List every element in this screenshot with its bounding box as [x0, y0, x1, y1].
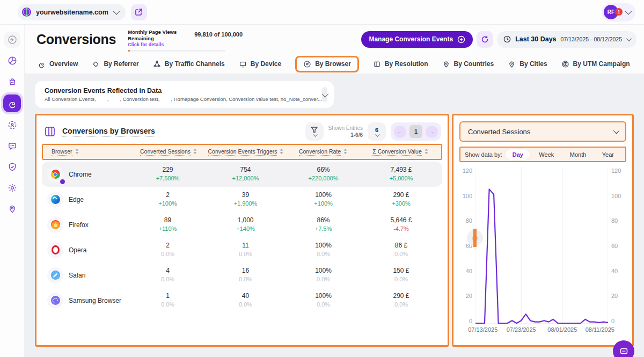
tab-label: By Resolution [385, 60, 428, 68]
y-tick-label: 40 [459, 268, 472, 274]
tab-label: By Referrer [104, 60, 138, 68]
quota-value: 99,810 of 100,000 [194, 31, 243, 49]
column-header-3[interactable]: Conversion Rate [284, 148, 362, 156]
metric-cell: 4 0.0% [129, 266, 207, 284]
browser-name: Samsung Browser [69, 297, 121, 304]
sidebar-item-privacy[interactable] [4, 159, 20, 175]
notification-badge: 1 [615, 8, 623, 16]
table-row-samsung[interactable]: Samsung Browser 1 0.0% 40 0.0% 100% 0.0%… [42, 288, 442, 313]
table-columns-icon [44, 126, 56, 137]
granularity-month[interactable]: Month [563, 149, 594, 160]
tab-label: By Device [251, 60, 281, 68]
next-page-button[interactable]: → [426, 126, 438, 138]
quota-label: Monthly Page Views Remaining [128, 29, 191, 42]
metric-cell: 1,000 +140% [207, 216, 284, 234]
sort-icon [280, 149, 283, 155]
metric-value: 100% [284, 191, 362, 200]
date-range-selector[interactable]: Last 30 Days 07/13/2025 - 08/12/2025 [497, 31, 636, 48]
gear-icon [8, 183, 17, 193]
metric-value: 89 [129, 216, 207, 225]
shown-entries-label: Shown Entries [328, 125, 363, 132]
sidebar-item-feedback[interactable] [4, 138, 20, 154]
tab-overview[interactable]: Overview [38, 60, 78, 68]
metric-delta: +110% [129, 225, 207, 234]
website-selector[interactable]: yourwebsitename.com [18, 4, 126, 20]
table-row-edge[interactable]: Edge 2 +100% 39 +1,900% 100% +100% 290 £… [42, 187, 442, 212]
overview-icon [38, 60, 46, 68]
countries-icon [442, 60, 450, 68]
table-row-safari[interactable]: Safari 4 0.0% 16 0.0% 100% 0.0% 150 £ 0.… [42, 263, 442, 288]
chart-plot-area: 07/13/202507/23/202508/01/202508/11/2025 [475, 167, 608, 324]
sidebar-collapse-button[interactable] [4, 32, 20, 48]
banner-expand-button[interactable] [322, 87, 327, 102]
sidebar-item-dashboard[interactable] [4, 53, 20, 69]
filter-button[interactable] [305, 122, 324, 141]
granularity-year[interactable]: Year [595, 149, 621, 160]
tab-by-utm-campaign[interactable]: By UTM Campaign [561, 60, 630, 68]
date-range-text: 07/13/2025 - 08/12/2025 [561, 36, 622, 42]
report-tabs: OverviewBy ReferrerBy Traffic ChannelsBy… [25, 54, 644, 74]
open-website-button[interactable] [131, 4, 147, 20]
sidebar-item-orders[interactable] [4, 74, 20, 90]
granularity-week[interactable]: Week [532, 149, 561, 160]
user-menu[interactable]: RF 1 [602, 3, 635, 21]
metric-value: 290 £ [362, 292, 440, 301]
line-chart: 120100806040200 07/13/202507/23/202508/0… [459, 167, 626, 335]
table-row-firefox[interactable]: Firefox 89 +110% 1,000 +140% 86% +7.5% 5… [42, 212, 442, 237]
metric-dropdown[interactable]: Converted Sessions [459, 121, 626, 142]
browser-cell: Firefox [44, 217, 129, 233]
metric-delta: 0.0% [207, 275, 284, 284]
current-page[interactable]: 1 [409, 125, 422, 138]
utm-icon [561, 60, 569, 68]
metric-cell: 100% 0.0% [284, 241, 362, 259]
tab-by-countries[interactable]: By Countries [442, 60, 494, 68]
x-tick-label: 07/13/2025 [468, 326, 497, 333]
page-size-selector[interactable]: 6 [368, 122, 386, 141]
manage-conversion-events-button[interactable]: Manage Conversion Events [361, 31, 473, 48]
sidebar-item-visitors[interactable] [4, 201, 20, 217]
table-row-chrome[interactable]: Chrome 229 +7,500% 754 +12,000% 66% +220… [42, 162, 442, 187]
chart-panel: Converted Sessions Show data by: DayWeek… [452, 114, 634, 347]
metric-value: 2 [129, 241, 207, 250]
tab-by-browser[interactable]: By Browser [295, 56, 359, 72]
table-row-opera[interactable]: Opera 2 0.0% 11 0.0% 100% 0.0% 86 £ 0.0% [42, 237, 442, 263]
column-header-0[interactable]: Browser [45, 148, 130, 156]
panel-divider [473, 229, 477, 247]
metric-cell: 754 +12,000% [207, 165, 284, 183]
tab-by-referrer[interactable]: By Referrer [92, 60, 138, 68]
sidebar-item-conversions[interactable] [3, 94, 21, 112]
pie-chart-icon [8, 56, 17, 65]
refresh-button[interactable] [477, 31, 493, 48]
tab-label: By Countries [454, 60, 494, 68]
sort-icon [343, 149, 347, 155]
y-tick-label: 120 [459, 167, 472, 174]
tab-by-cities[interactable]: By Cities [508, 60, 547, 68]
edge-browser-icon [51, 195, 60, 204]
metric-value: 1 [129, 292, 207, 301]
tab-by-traffic-channels[interactable]: By Traffic Channels [153, 60, 225, 68]
granularity-day[interactable]: Day [506, 149, 530, 160]
chevron-down-icon [625, 8, 632, 15]
funnel-icon [311, 127, 318, 133]
metric-cell: 40 0.0% [207, 292, 284, 309]
browser-cell: Edge [44, 192, 129, 208]
quota-details-link[interactable]: Click for details [128, 42, 191, 47]
column-header-1[interactable]: Converted Sessions [130, 148, 207, 156]
browser-icon-circle [47, 267, 63, 283]
conversions-spiral-icon [8, 99, 17, 108]
prev-page-button[interactable]: ← [394, 126, 406, 138]
metric-cell: 86% +7.5% [284, 216, 362, 234]
metric-value: 86 £ [362, 241, 440, 250]
tab-by-device[interactable]: By Device [239, 60, 281, 68]
metric-delta: 0.0% [207, 301, 284, 309]
sidebar-item-settings[interactable] [4, 180, 20, 196]
metric-delta: +300% [362, 200, 440, 208]
browser-icon-circle [47, 217, 63, 233]
website-globe-icon [22, 8, 31, 17]
tab-by-resolution[interactable]: By Resolution [373, 60, 428, 68]
clock-icon [503, 35, 511, 43]
column-header-4[interactable]: Σ Conversion Value [362, 148, 439, 156]
sidebar-item-funnels[interactable] [4, 117, 20, 133]
metric-cell: 100% +100% [284, 191, 362, 208]
column-header-2[interactable]: Conversion Events Triggers [207, 148, 284, 156]
